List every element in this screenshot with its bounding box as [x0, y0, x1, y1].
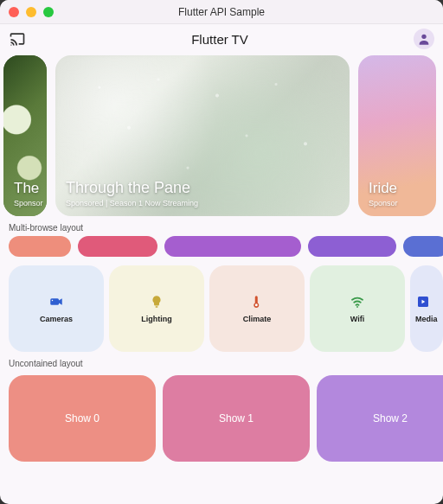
tile-label: Wifi: [350, 315, 364, 323]
pill-3[interactable]: [308, 236, 396, 257]
hero-title: Through the Pane: [66, 179, 339, 197]
show-card-0[interactable]: Show 0: [9, 375, 156, 462]
show-card-2[interactable]: Show 2: [317, 375, 443, 462]
page-title: Flutter TV: [191, 32, 248, 47]
pill-carousel[interactable]: [0, 236, 443, 257]
camera-icon: [48, 294, 64, 309]
hero-title: Iride: [369, 180, 426, 197]
svg-point-3: [52, 300, 54, 302]
tile-climate[interactable]: Climate: [209, 265, 305, 352]
app-window: Flutter API Sample Flutter TV The Sponso…: [0, 0, 443, 504]
hero-subtitle: Sponsor: [369, 199, 426, 207]
svg-point-1: [421, 35, 426, 39]
account-button[interactable]: [414, 29, 434, 49]
hero-card-current[interactable]: Through the Pane Sponsored | Season 1 No…: [55, 55, 350, 216]
tile-label: Climate: [243, 315, 272, 323]
tile-wifi[interactable]: Wifi: [310, 265, 405, 352]
svg-point-0: [10, 44, 11, 45]
app-bar: Flutter TV: [0, 24, 443, 54]
section-label-multibrowse: Multi-browse layout: [0, 216, 443, 236]
pill-1[interactable]: [78, 236, 157, 257]
tile-media[interactable]: Media: [410, 265, 443, 352]
thermo-icon: [249, 294, 265, 309]
pill-2[interactable]: [164, 236, 301, 257]
cast-icon[interactable]: [9, 30, 26, 48]
tile-label: Lighting: [141, 315, 172, 323]
window-title: Flutter API Sample: [0, 6, 443, 18]
lightbulb-icon: [149, 294, 164, 309]
pill-0[interactable]: [9, 236, 71, 257]
svg-point-5: [255, 303, 258, 306]
hero-subtitle: Sponsored | Season 1 Now Streaming: [66, 199, 339, 207]
show-carousel[interactable]: Show 0Show 1Show 2: [0, 372, 443, 462]
hero-title: The: [14, 180, 36, 197]
media-icon: [415, 294, 431, 309]
wifi-icon: [350, 294, 365, 309]
tile-carousel[interactable]: CamerasLightingClimateWifiMedia: [0, 257, 443, 352]
hero-card-next[interactable]: Iride Sponsor: [358, 55, 436, 216]
svg-rect-2: [50, 298, 59, 305]
pill-4[interactable]: [403, 236, 443, 257]
section-label-uncontained: Uncontained layout: [0, 352, 443, 372]
content-area: The Sponsor Through the Pane Sponsored |…: [0, 54, 443, 504]
hero-carousel[interactable]: The Sponsor Through the Pane Sponsored |…: [0, 54, 443, 216]
hero-subtitle: Sponsor: [14, 199, 36, 207]
macos-titlebar: Flutter API Sample: [0, 0, 443, 24]
svg-rect-4: [156, 306, 158, 308]
tile-cameras[interactable]: Cameras: [9, 265, 104, 352]
show-card-1[interactable]: Show 1: [163, 375, 310, 462]
hero-card-prev[interactable]: The Sponsor: [3, 55, 47, 216]
svg-point-6: [356, 306, 358, 308]
tile-label: Media: [415, 315, 438, 323]
tile-label: Cameras: [40, 315, 73, 323]
tile-lighting[interactable]: Lighting: [109, 265, 204, 352]
